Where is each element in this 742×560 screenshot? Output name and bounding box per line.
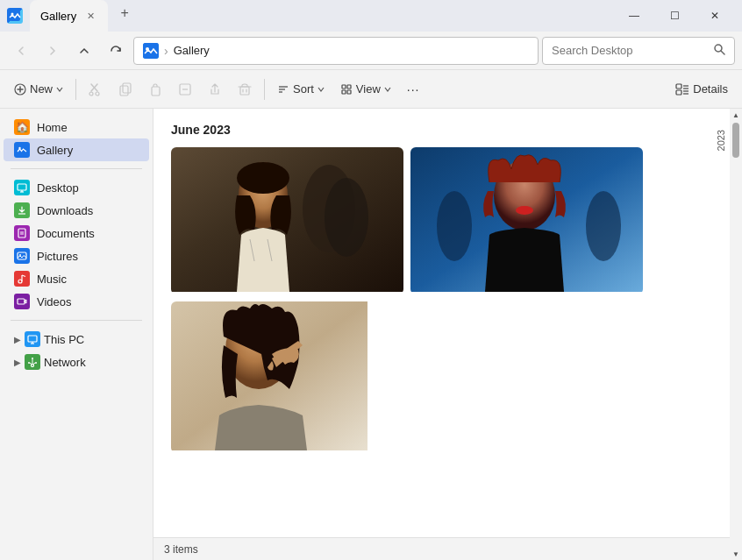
sidebar-pictures-label: Pictures <box>37 250 78 263</box>
sidebar-home-label: Home <box>37 121 68 134</box>
search-icon[interactable] <box>713 43 725 58</box>
sidebar-item-gallery[interactable]: Gallery <box>4 138 149 161</box>
sidebar-network-label: Network <box>44 356 86 369</box>
active-tab[interactable]: Gallery ✕ <box>30 0 108 32</box>
videos-icon <box>14 294 30 309</box>
svg-point-33 <box>18 147 20 149</box>
svg-rect-24 <box>342 90 346 94</box>
cut-button[interactable] <box>82 75 110 103</box>
search-input[interactable] <box>552 44 708 57</box>
sidebar-divider-1 <box>11 168 142 169</box>
svg-line-45 <box>22 275 25 277</box>
scroll-thumb[interactable] <box>732 123 739 158</box>
svg-rect-25 <box>347 90 351 94</box>
svg-point-61 <box>237 162 289 194</box>
sort-button[interactable]: Sort <box>270 75 332 103</box>
sidebar-downloads-label: Downloads <box>37 204 93 217</box>
address-path: Gallery <box>174 44 210 57</box>
refresh-button[interactable] <box>102 37 130 65</box>
svg-line-55 <box>30 363 32 365</box>
address-bar[interactable]: › Gallery <box>133 37 539 65</box>
svg-point-42 <box>19 254 21 256</box>
sidebar-gallery-label: Gallery <box>37 144 73 157</box>
svg-rect-26 <box>676 84 681 89</box>
sidebar: 🏠 Home Gallery Desktop 📌 Downloads 📌 <box>0 109 153 560</box>
search-bar[interactable] <box>542 37 735 65</box>
photo-item-3[interactable] <box>171 301 403 453</box>
svg-point-1 <box>11 13 14 16</box>
chevron-icon-thispc: ▶ <box>14 335 21 344</box>
sidebar-thispc-label: This PC <box>44 333 84 346</box>
svg-point-63 <box>437 191 472 261</box>
minimize-button[interactable]: — <box>614 0 654 32</box>
svg-line-56 <box>33 363 36 365</box>
svg-point-43 <box>18 280 22 283</box>
chevron-icon-network: ▶ <box>14 358 21 367</box>
details-button[interactable]: Details <box>668 75 735 103</box>
status-bar: 3 items <box>153 537 730 560</box>
svg-point-52 <box>28 362 30 364</box>
music-icon <box>14 271 30 287</box>
content-scroll[interactable]: June 2023 <box>153 109 730 537</box>
sidebar-item-pictures[interactable]: Pictures 📌 <box>4 245 149 267</box>
section-title: June 2023 <box>171 123 712 137</box>
cmd-separator-2 <box>264 79 265 100</box>
up-button[interactable] <box>70 37 98 65</box>
svg-point-59 <box>325 178 368 257</box>
svg-point-3 <box>146 47 149 51</box>
photo-item-2[interactable] <box>410 147 643 294</box>
close-button[interactable]: ✕ <box>695 0 735 32</box>
svg-rect-38 <box>18 229 25 237</box>
svg-rect-23 <box>347 85 351 89</box>
photo-item-1[interactable] <box>171 147 403 294</box>
svg-rect-47 <box>28 336 37 342</box>
sidebar-item-videos[interactable]: Videos 📌 <box>4 290 149 313</box>
network-icon <box>25 354 40 370</box>
scroll-up-arrow[interactable]: ▲ <box>730 109 742 121</box>
svg-rect-22 <box>342 85 346 89</box>
share-button[interactable] <box>201 75 229 103</box>
sidebar-group-thispc[interactable]: ▶ This PC <box>4 328 149 351</box>
home-icon: 🏠 <box>14 119 30 135</box>
address-separator: › <box>164 44 168 58</box>
tab-label: Gallery <box>40 10 76 23</box>
new-button[interactable]: New <box>7 75 70 103</box>
more-button[interactable]: ··· <box>400 75 427 103</box>
svg-rect-41 <box>18 252 26 259</box>
scroll-up-icon: ▲ <box>732 111 739 119</box>
scrollbar: ▲ 2023 ▼ <box>730 109 742 560</box>
sidebar-item-music[interactable]: Music 📌 <box>4 267 149 290</box>
sidebar-group-network[interactable]: ▶ Network <box>4 351 149 373</box>
main-area: 🏠 Home Gallery Desktop 📌 Downloads 📌 <box>0 109 742 560</box>
title-bar: Gallery ✕ + — ☐ ✕ <box>0 0 742 32</box>
svg-rect-16 <box>240 87 249 95</box>
year-label: 2023 <box>716 130 726 151</box>
rename-button[interactable] <box>171 75 199 103</box>
scroll-down-arrow[interactable]: ▼ <box>730 548 742 560</box>
svg-rect-2 <box>143 43 159 59</box>
back-button[interactable] <box>7 37 35 65</box>
copy-button[interactable] <box>111 75 139 103</box>
svg-point-64 <box>586 191 621 261</box>
sidebar-item-home[interactable]: 🏠 Home <box>4 116 149 138</box>
thispc-icon <box>25 331 40 347</box>
tab-close-button[interactable]: ✕ <box>83 9 97 23</box>
gallery-icon <box>14 142 30 158</box>
sidebar-item-downloads[interactable]: Downloads 📌 <box>4 199 149 222</box>
view-button[interactable]: View <box>333 75 398 103</box>
documents-icon <box>14 225 30 241</box>
scroll-track[interactable]: 2023 <box>730 121 742 548</box>
more-icon: ··· <box>407 82 420 96</box>
nav-bar: › Gallery <box>0 32 742 70</box>
maximize-button[interactable]: ☐ <box>654 0 695 32</box>
sidebar-desktop-label: Desktop <box>37 181 79 195</box>
delete-button[interactable] <box>231 75 259 103</box>
sidebar-item-documents[interactable]: Documents 📌 <box>4 222 149 245</box>
sidebar-item-desktop[interactable]: Desktop 📌 <box>4 176 149 199</box>
paste-button[interactable] <box>141 75 169 103</box>
new-button-label: New <box>30 82 53 96</box>
forward-button[interactable] <box>39 37 67 65</box>
content-area: June 2023 <box>153 109 730 560</box>
downloads-icon <box>14 202 30 218</box>
new-tab-button[interactable]: + <box>111 0 138 26</box>
